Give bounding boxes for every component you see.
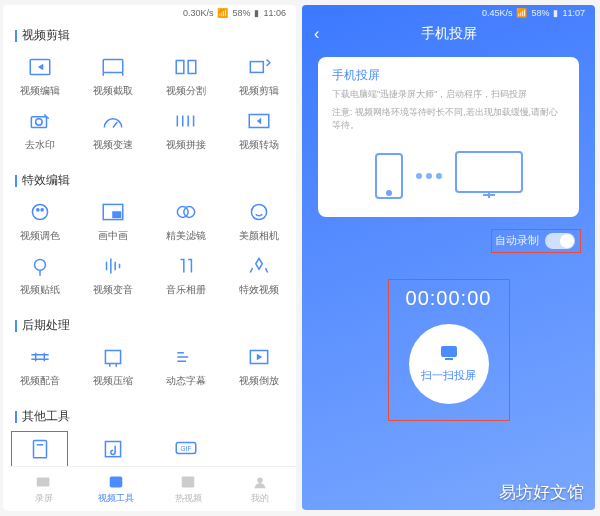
tool-item[interactable]: 视频倒放 xyxy=(223,340,296,394)
pip-icon xyxy=(99,201,127,223)
tool-item[interactable]: 视频压缩 xyxy=(76,340,149,394)
transition-icon xyxy=(245,110,273,132)
signal-icon: 📶 xyxy=(217,8,228,18)
card-desc2: 注意: 视频网络环境等待时长不同,若出现加载缓慢,请耐心等待。 xyxy=(332,106,565,133)
svg-point-9 xyxy=(36,209,38,211)
audio-icon xyxy=(99,437,127,459)
toggle-label: 自动录制 xyxy=(495,233,539,248)
battery-pct: 58% xyxy=(232,8,250,18)
svg-rect-33 xyxy=(441,346,457,357)
tool-item[interactable]: 视频分割 xyxy=(150,50,223,104)
svg-rect-17 xyxy=(105,351,120,364)
page-header: ‹ 手机投屏 xyxy=(302,19,595,51)
effect-icon xyxy=(245,255,273,277)
back-button[interactable]: ‹ xyxy=(314,25,319,43)
cut-icon xyxy=(245,56,273,78)
grid-effects: 视频调色 画中画 精美滤镜 美颜相机 视频贴纸 视频变音 音乐相册 特效视频 xyxy=(3,193,296,309)
speed-icon xyxy=(99,110,127,132)
edit-icon xyxy=(26,56,54,78)
svg-rect-1 xyxy=(103,59,123,72)
svg-rect-25 xyxy=(182,476,195,487)
watermark: 易坊好文馆 xyxy=(499,481,584,504)
svg-point-26 xyxy=(257,477,262,482)
filter-icon xyxy=(172,201,200,223)
svg-point-16 xyxy=(34,260,45,271)
right-screen: 0.45K/s 📶 58% ▮ 11:07 ‹ 手机投屏 手机投屏 下载电脑端"… xyxy=(302,5,595,510)
svg-rect-3 xyxy=(188,61,196,74)
cast-icon xyxy=(26,437,54,459)
card-title: 手机投屏 xyxy=(332,67,565,84)
tool-item[interactable]: 视频变音 xyxy=(76,249,149,303)
svg-point-14 xyxy=(184,207,195,218)
svg-rect-19 xyxy=(33,440,46,457)
scan-cast-button[interactable]: 扫一扫投屏 xyxy=(409,324,489,404)
tool-item[interactable]: 特效视频 xyxy=(223,249,296,303)
svg-rect-24 xyxy=(110,476,123,487)
grid-post: 视频配音 视频压缩 动态字幕 视频倒放 xyxy=(3,338,296,400)
tool-item[interactable]: 视频调色 xyxy=(3,195,76,249)
tool-item[interactable]: 视频转场 xyxy=(223,104,296,158)
net-speed: 0.30K/s xyxy=(183,8,214,18)
reverse-icon xyxy=(245,346,273,368)
subtitle-icon xyxy=(172,346,200,368)
compress-icon xyxy=(99,346,127,368)
tab-me[interactable]: 我的 xyxy=(224,467,296,510)
svg-text:GIF: GIF xyxy=(181,445,192,452)
tab-hot[interactable]: 热视频 xyxy=(152,467,224,510)
tab-tools[interactable]: 视频工具 xyxy=(80,467,152,510)
section-title: 视频剪辑 xyxy=(3,19,296,48)
tab-record[interactable]: 录屏 xyxy=(8,467,80,510)
tool-item[interactable]: 视频编辑 xyxy=(3,50,76,104)
tool-item[interactable]: 画中画 xyxy=(76,195,149,249)
palette-icon xyxy=(26,201,54,223)
dub-icon xyxy=(26,346,54,368)
svg-point-28 xyxy=(387,191,391,195)
tool-item[interactable]: 视频剪辑 xyxy=(223,50,296,104)
tool-item[interactable]: 视频拼接 xyxy=(150,104,223,158)
watermark-icon xyxy=(26,110,54,132)
sticker-icon xyxy=(26,255,54,277)
section-title: 特效编辑 xyxy=(3,164,296,193)
tool-item[interactable]: 视频配音 xyxy=(3,340,76,394)
net-speed: 0.45K/s xyxy=(482,8,513,18)
signal-icon: 📶 xyxy=(516,8,527,18)
cast-illustration xyxy=(332,141,565,211)
card-desc1: 下载电脑端"迅捷录屏大师"，启动程序，扫码投屏 xyxy=(332,88,565,102)
tool-item[interactable]: 视频截取 xyxy=(76,50,149,104)
info-card: 手机投屏 下载电脑端"迅捷录屏大师"，启动程序，扫码投屏 注意: 视频网络环境等… xyxy=(318,57,579,217)
section-title: 后期处理 xyxy=(3,309,296,338)
tool-item[interactable]: 去水印 xyxy=(3,104,76,158)
svg-rect-12 xyxy=(113,212,121,217)
beauty-icon xyxy=(245,201,273,223)
tool-item[interactable]: 精美滤镜 xyxy=(150,195,223,249)
page-title: 手机投屏 xyxy=(421,25,477,43)
svg-point-6 xyxy=(35,119,42,126)
clock: 11:07 xyxy=(562,8,585,18)
svg-rect-4 xyxy=(251,62,264,73)
timer-block: 00:00:00 扫一扫投屏 xyxy=(302,287,595,404)
voice-icon xyxy=(99,255,127,277)
split-icon xyxy=(172,56,200,78)
svg-rect-34 xyxy=(445,358,453,360)
tool-item[interactable]: 美颜相机 xyxy=(223,195,296,249)
status-bar: 0.30K/s 📶 58% ▮ 11:06 xyxy=(3,5,296,19)
section-title: 其他工具 xyxy=(3,400,296,429)
svg-point-15 xyxy=(252,204,267,219)
tool-item[interactable]: 音乐相册 xyxy=(150,249,223,303)
svg-rect-23 xyxy=(37,477,50,486)
bottom-tabs: 录屏 视频工具 热视频 我的 xyxy=(8,466,296,510)
svg-point-10 xyxy=(41,209,43,211)
battery-pct: 58% xyxy=(531,8,549,18)
grid-video-edit: 视频编辑 视频截取 视频分割 视频剪辑 去水印 视频变速 视频拼接 视频转场 xyxy=(3,48,296,164)
gif-icon: GIF xyxy=(172,437,200,459)
tool-item[interactable]: 视频贴纸 xyxy=(3,249,76,303)
tool-item[interactable]: 视频变速 xyxy=(76,104,149,158)
clock: 11:06 xyxy=(263,8,286,18)
tool-item[interactable]: 动态字幕 xyxy=(150,340,223,394)
svg-point-8 xyxy=(32,204,47,219)
auto-record-toggle[interactable] xyxy=(545,233,575,249)
left-screen: 0.30K/s 📶 58% ▮ 11:06 视频剪辑 视频编辑 视频截取 视频分… xyxy=(3,5,296,510)
battery-icon: ▮ xyxy=(553,8,558,18)
svg-point-30 xyxy=(426,173,432,179)
svg-point-31 xyxy=(436,173,442,179)
